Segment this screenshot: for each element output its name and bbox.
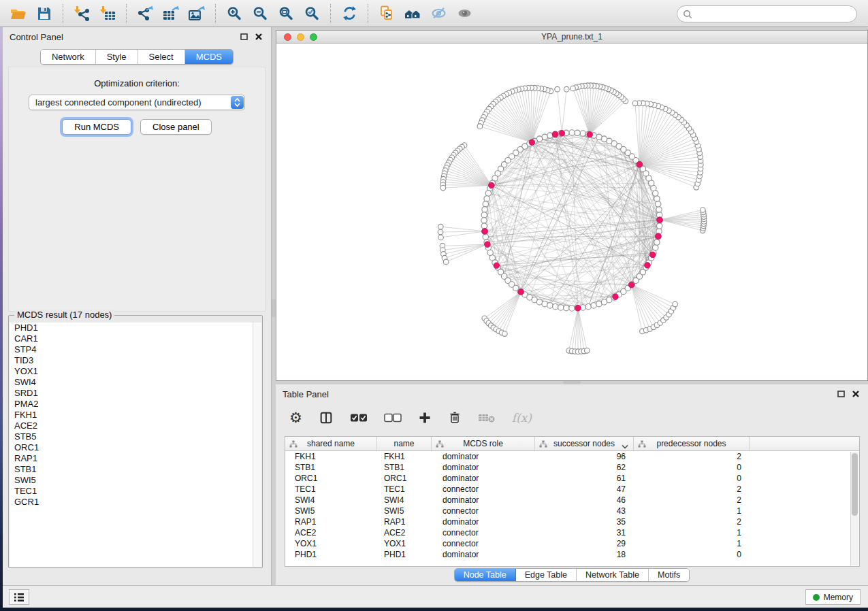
optimization-select[interactable]: largest connected component (undirected) xyxy=(29,95,245,110)
memory-status-icon xyxy=(813,594,820,601)
mcds-result-item[interactable]: SWI5 xyxy=(10,475,261,486)
memory-button[interactable]: Memory xyxy=(805,589,861,605)
mcds-result-item[interactable]: ORC1 xyxy=(10,442,261,453)
attribute-icon xyxy=(539,440,547,450)
tab-select[interactable]: Select xyxy=(138,50,185,64)
mcds-result-item[interactable]: YOX1 xyxy=(10,366,261,377)
tab-edge-table[interactable]: Edge Table xyxy=(516,569,577,581)
mcds-list-scrollbar[interactable] xyxy=(253,323,261,567)
hide-selected-button[interactable] xyxy=(425,3,451,24)
show-columns-button[interactable] xyxy=(319,410,334,425)
table-row[interactable]: STB1STB1dominator620 xyxy=(285,462,859,473)
toolbar-separator xyxy=(368,4,368,23)
column-header-shared-name[interactable]: shared name xyxy=(285,437,377,450)
close-table-panel-button[interactable] xyxy=(850,389,861,399)
table-vertical-scrollbar[interactable] xyxy=(850,452,858,565)
select-all-button[interactable] xyxy=(350,413,368,423)
zoom-fit-button[interactable] xyxy=(273,3,299,24)
mcds-result-item[interactable]: GCR1 xyxy=(10,497,261,508)
search-input[interactable] xyxy=(696,10,856,19)
float-table-panel-button[interactable] xyxy=(835,389,846,399)
tab-node-table[interactable]: Node Table xyxy=(455,569,516,581)
mcds-result-item[interactable]: TEC1 xyxy=(10,486,261,497)
mcds-result-item[interactable]: SRD1 xyxy=(10,388,261,399)
refresh-layout-button[interactable] xyxy=(336,3,362,24)
attribute-icon xyxy=(436,440,444,450)
table-row[interactable]: ACE2ACE2connector311 xyxy=(285,527,859,538)
table-row[interactable]: RAP1RAP1dominator352 xyxy=(285,516,859,527)
tab-mcds[interactable]: MCDS xyxy=(185,50,233,64)
first-neighbors-button[interactable] xyxy=(400,3,425,24)
zoom-selected-button[interactable] xyxy=(299,3,325,24)
mcds-result-item[interactable]: STB5 xyxy=(10,431,261,442)
import-network-button[interactable] xyxy=(69,3,95,24)
float-panel-button[interactable] xyxy=(238,31,249,42)
delete-column-button[interactable] xyxy=(448,410,462,425)
network-graph[interactable] xyxy=(276,44,867,380)
network-window: YPA_prune.txt_1 xyxy=(276,30,868,381)
zoom-out-button[interactable] xyxy=(247,3,273,24)
zoom-selected-icon xyxy=(304,5,320,22)
export-image-button[interactable] xyxy=(184,3,210,24)
table-row[interactable]: TEC1TEC1connector472 xyxy=(285,484,859,495)
plus-icon xyxy=(418,411,432,425)
column-header-predecessor-nodes[interactable]: predecessor nodes xyxy=(634,437,750,450)
mcds-result-item[interactable]: ACE2 xyxy=(10,420,261,431)
column-header-successor-nodes[interactable]: successor nodes xyxy=(535,437,634,450)
mcds-result-item[interactable]: STB1 xyxy=(10,464,261,475)
export-network-icon xyxy=(136,5,155,22)
tab-network[interactable]: Network xyxy=(41,50,96,64)
control-panel-tab-bar: Network Style Select MCDS xyxy=(40,49,234,65)
optimization-label: Optimization criterion: xyxy=(9,78,265,88)
mcds-result-item[interactable]: PHD1 xyxy=(10,323,261,333)
new-network-from-selection-button[interactable] xyxy=(374,3,400,24)
tab-motifs[interactable]: Motifs xyxy=(649,569,689,581)
mcds-result-item[interactable]: PMA2 xyxy=(10,399,261,410)
search-field[interactable] xyxy=(677,5,857,22)
deselect-all-button[interactable] xyxy=(384,413,402,423)
add-column-button[interactable] xyxy=(418,411,432,425)
mcds-result-item[interactable]: RAP1 xyxy=(10,453,261,464)
open-file-button[interactable] xyxy=(5,3,31,24)
import-table-button[interactable] xyxy=(95,3,120,24)
table-settings-button[interactable]: ⚙ xyxy=(289,411,302,425)
tab-network-table[interactable]: Network Table xyxy=(577,569,649,581)
table-row[interactable]: SWI5SWI5connector431 xyxy=(285,506,859,516)
close-panel-button[interactable] xyxy=(253,31,264,42)
table-row[interactable]: YOX1YOX1connector291 xyxy=(285,538,859,549)
trash-icon xyxy=(448,410,462,425)
export-network-button[interactable] xyxy=(132,3,158,24)
table-row[interactable]: SWI4SWI4dominator462 xyxy=(285,495,859,506)
save-session-button[interactable] xyxy=(31,3,57,24)
optimization-select-value: largest connected component (undirected) xyxy=(29,97,231,108)
network-canvas[interactable] xyxy=(276,44,867,380)
table-row[interactable]: FKH1FKH1dominator962 xyxy=(285,451,859,462)
mcds-result-item[interactable]: SWI4 xyxy=(10,377,261,388)
task-history-button[interactable] xyxy=(9,589,29,605)
scrollbar-thumb[interactable] xyxy=(852,453,858,516)
column-header-MCDS-role[interactable]: MCDS role xyxy=(432,437,535,450)
mcds-result-item[interactable]: CAR1 xyxy=(10,333,261,344)
select-stepper-icon xyxy=(231,96,244,109)
zoom-in-button[interactable] xyxy=(221,3,247,24)
close-panel-action-button[interactable]: Close panel xyxy=(140,119,212,135)
attribute-icon xyxy=(289,440,298,450)
network-window-titlebar[interactable]: YPA_prune.txt_1 xyxy=(276,31,867,44)
refresh-icon xyxy=(341,5,358,22)
import-network-icon xyxy=(73,5,91,22)
hide-eye-icon xyxy=(430,5,447,22)
table-row[interactable]: PHD1PHD1dominator180 xyxy=(285,549,859,560)
column-header-name[interactable]: name xyxy=(377,437,432,450)
mcds-result-item[interactable]: STP4 xyxy=(10,344,261,355)
mcds-result-item[interactable]: FKH1 xyxy=(10,410,261,420)
table-row[interactable]: ORC1ORC1dominator610 xyxy=(285,473,859,484)
show-all-button[interactable] xyxy=(451,3,477,24)
export-table-button[interactable] xyxy=(158,3,184,24)
vertical-splitter-handle[interactable] xyxy=(272,299,276,317)
close-icon xyxy=(852,391,859,397)
sort-desc-icon xyxy=(622,442,628,451)
mcds-result-item[interactable]: TID3 xyxy=(10,355,261,366)
delete-table-icon xyxy=(478,412,496,423)
tab-style[interactable]: Style xyxy=(96,50,138,64)
run-mcds-button[interactable]: Run MCDS xyxy=(62,119,131,135)
